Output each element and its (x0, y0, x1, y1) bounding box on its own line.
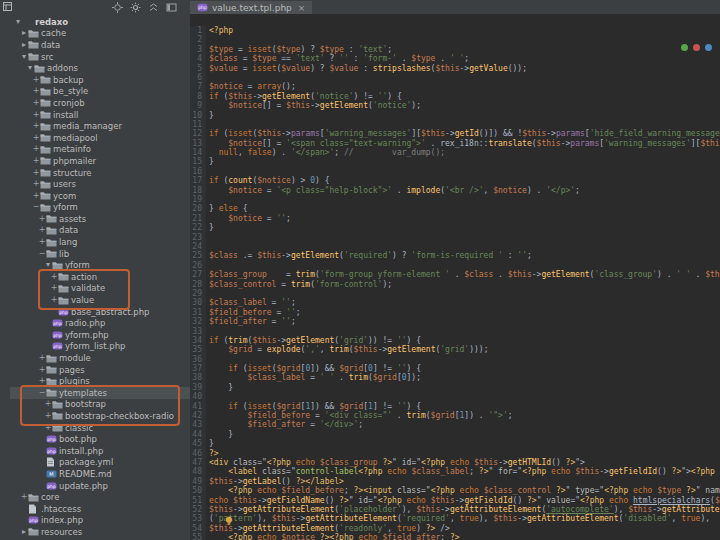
close-tab-icon[interactable]: × (298, 3, 306, 13)
line-number[interactable]: 44 (190, 430, 206, 439)
code-line[interactable]: null, false) . '</span>'; // var_dump(); (209, 148, 720, 157)
hide-panel-icon[interactable] (166, 2, 177, 13)
line-number[interactable]: 22 (190, 223, 206, 232)
line-number[interactable]: 3 (190, 45, 206, 54)
tree-item-boot.php[interactable]: phpboot.php (10, 433, 190, 445)
expand-arrow-icon[interactable]: ▸ (20, 41, 28, 49)
tree-item-ycom[interactable]: +ycom (10, 190, 190, 202)
expand-arrow-icon[interactable]: + (32, 111, 40, 119)
tree-item-core[interactable]: +core (10, 491, 190, 503)
line-number[interactable]: 2 (190, 35, 206, 44)
tree-item-backup[interactable]: +backup (10, 74, 190, 86)
tree-item-yform_list.php[interactable]: phpyform_list.php (10, 341, 190, 353)
line-number[interactable]: 31 (190, 308, 206, 317)
expand-arrow-icon[interactable]: + (32, 180, 40, 188)
expand-arrow-icon[interactable]: + (38, 238, 46, 246)
tree-item-plugins[interactable]: +plugins (10, 375, 190, 387)
code-line[interactable]: $grid = explode(',', trim($this->getElem… (209, 345, 720, 354)
collapse-arrow-icon[interactable]: − (32, 203, 40, 211)
code-line[interactable]: if (isset($this->params['warning_message… (209, 129, 720, 138)
line-number[interactable]: 20 (190, 204, 206, 213)
code-line[interactable] (209, 261, 720, 270)
line-number[interactable]: 17 (190, 176, 206, 185)
editor-gutter[interactable]: 1234567891011121314151617181920212223242… (190, 26, 206, 540)
line-number[interactable]: 13 (190, 139, 206, 148)
line-number[interactable]: 19 (190, 195, 206, 204)
tree-item-addons[interactable]: ▾addons (10, 62, 190, 74)
line-number[interactable]: 15 (190, 157, 206, 166)
expand-arrow-icon[interactable]: + (32, 134, 40, 142)
line-number[interactable]: 14 (190, 148, 206, 157)
collapse-arrow-icon[interactable]: ▾ (44, 261, 52, 269)
line-number[interactable]: 37 (190, 364, 206, 373)
tree-item-validate[interactable]: +validate (10, 283, 190, 295)
line-number[interactable]: 49 (190, 477, 206, 486)
project-tool-window-icon[interactable] (3, 2, 12, 11)
code-line[interactable]: <?php (209, 26, 720, 35)
line-number[interactable]: 27 (190, 270, 206, 279)
collapse-arrow-icon[interactable]: − (38, 250, 46, 258)
line-number[interactable]: 16 (190, 167, 206, 176)
expand-arrow-icon[interactable]: + (32, 99, 40, 107)
tree-item-data[interactable]: +data (10, 225, 190, 237)
expand-arrow-icon[interactable]: + (32, 169, 40, 177)
line-number[interactable]: 38 (190, 373, 206, 382)
line-number[interactable]: 43 (190, 420, 206, 429)
line-number[interactable]: 40 (190, 392, 206, 401)
expand-arrow-icon[interactable]: + (32, 145, 40, 153)
line-number[interactable]: 10 (190, 111, 206, 120)
code-line[interactable]: } else { (209, 204, 720, 213)
expand-arrow-icon[interactable]: + (44, 400, 52, 408)
expand-arrow-icon[interactable]: + (32, 192, 40, 200)
code-line[interactable]: if (isset($grid[1]) && $grid[1] != '') { (209, 402, 720, 411)
expand-arrow-icon[interactable]: + (38, 354, 46, 362)
expand-arrow-icon[interactable]: + (50, 284, 58, 292)
tree-item-resources[interactable]: ▸resources (10, 526, 190, 538)
tree-item-README.md[interactable]: MREADME.md (10, 468, 190, 480)
line-number[interactable]: 50 (190, 486, 206, 495)
inspection-error-dot[interactable] (693, 44, 700, 51)
expand-arrow-icon[interactable]: + (32, 122, 40, 130)
tree-item-users[interactable]: +users (10, 178, 190, 190)
settings-icon[interactable] (130, 2, 141, 13)
code-line[interactable]: $notice = '<p class="help-block">' . imp… (209, 186, 720, 195)
line-number[interactable]: 30 (190, 298, 206, 307)
code-line[interactable] (209, 167, 720, 176)
expand-arrow-icon[interactable]: + (44, 424, 52, 432)
code-line[interactable] (209, 392, 720, 401)
expand-arrow-icon[interactable]: + (38, 215, 46, 223)
line-number[interactable]: 1 (190, 26, 206, 35)
tree-item-update.php[interactable]: phpupdate.php (10, 480, 190, 492)
collapse-arrow-icon[interactable]: − (38, 389, 46, 397)
code-line[interactable]: $this->getAttributeElement('readonly', t… (209, 524, 720, 533)
code-line[interactable] (209, 35, 720, 44)
code-line[interactable] (209, 73, 720, 82)
tree-item-src[interactable]: ▾src (10, 51, 190, 63)
line-number[interactable]: 6 (190, 73, 206, 82)
code-line[interactable]: $field_after = '</div>'; (209, 420, 720, 429)
code-line[interactable]: $type = isset($type) ? $type : 'text'; (209, 45, 720, 54)
collapse-arrow-icon[interactable]: ▾ (26, 64, 34, 72)
code-line[interactable]: } (209, 157, 720, 166)
tree-item-pages[interactable]: +pages (10, 364, 190, 376)
code-line[interactable] (209, 327, 720, 336)
tree-item-mediapool[interactable]: +mediapool (10, 132, 190, 144)
tree-item-package.yml[interactable]: package.yml (10, 457, 190, 469)
locate-file-icon[interactable] (112, 2, 123, 13)
expand-arrow-icon[interactable]: + (38, 377, 46, 385)
expand-arrow-icon[interactable]: ▸ (20, 29, 28, 37)
intention-bulb-icon[interactable] (224, 516, 234, 526)
code-line[interactable]: if ($this->getElement('notice') != '') { (209, 92, 720, 101)
tree-item-install.php[interactable]: phpinstall.php (10, 445, 190, 457)
line-number[interactable]: 51 (190, 496, 206, 505)
tree-item-classic[interactable]: +classic (10, 422, 190, 434)
code-line[interactable]: $this->getLabel() ?></label> (209, 477, 720, 486)
inspection-info-dot[interactable] (705, 44, 712, 51)
code-line[interactable]: echo $this->getFieldName() ?>" id="<?php… (209, 496, 720, 505)
code-line[interactable]: $notice = array(); (209, 82, 720, 91)
code-line[interactable]: $class_group = trim('form-group yform-el… (209, 270, 720, 279)
line-number[interactable]: 32 (190, 317, 206, 326)
tree-item-be_style[interactable]: +be_style (10, 86, 190, 98)
tree-item-install[interactable]: +install (10, 109, 190, 121)
tree-item-yform[interactable]: −yform (10, 202, 190, 214)
